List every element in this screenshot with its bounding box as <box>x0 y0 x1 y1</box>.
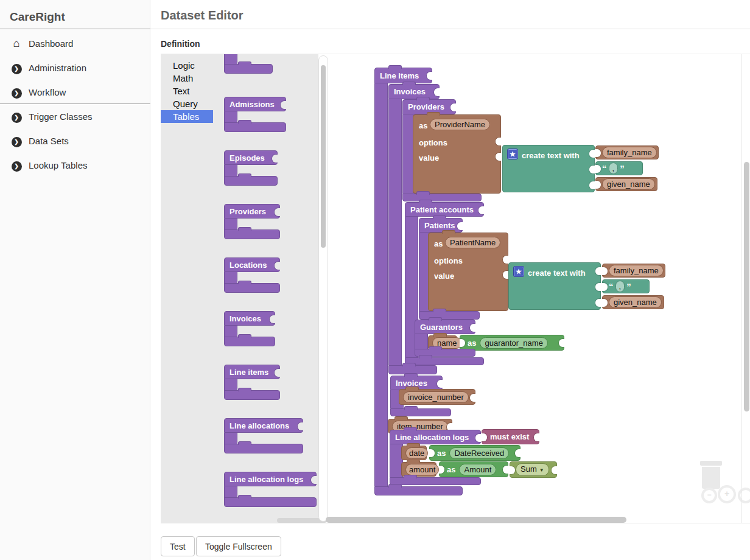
ws-block-column-config-provider[interactable]: as ProviderName options value <box>413 114 501 194</box>
column-field[interactable]: family_name <box>609 265 664 276</box>
sidebar-item-dashboard[interactable]: ⌂ Dashboard <box>0 35 150 52</box>
flyout-block-line-allocations[interactable] <box>224 444 303 453</box>
ws-block-as-date-received[interactable]: asDateReceived <box>429 445 520 461</box>
column-field[interactable]: invoice_number <box>403 391 469 403</box>
flyout-block-providers[interactable] <box>224 219 237 231</box>
category-query[interactable]: Query <box>161 97 213 110</box>
flyout-block-line-allocation-logs[interactable] <box>224 486 237 499</box>
sidebar-item-lookup-tables[interactable]: ❯ Lookup Tables <box>0 156 150 173</box>
ws-block-line-items[interactable] <box>374 486 463 495</box>
flyout-block-line-allocation-logs[interactable] <box>224 497 317 507</box>
zoom-in-button[interactable]: + <box>718 485 736 503</box>
ws-block-line-items[interactable] <box>374 83 388 486</box>
ws-block-family-name-2[interactable]: family_name <box>602 264 665 278</box>
ws-block-text-comma-2[interactable]: “,” <box>602 279 650 293</box>
column-field[interactable]: amount <box>405 464 439 475</box>
flyout-block-locations[interactable] <box>224 283 280 293</box>
alias-field[interactable]: DateReceived <box>449 447 509 459</box>
zoom-reset-button[interactable] <box>738 488 750 503</box>
chevron-circle-icon: ❯ <box>10 86 23 99</box>
toggle-fullscreen-button[interactable]: Toggle Fullscreen <box>196 536 281 556</box>
flyout-block-line-items[interactable] <box>224 390 280 400</box>
ws-block-date-column[interactable]: date <box>401 446 427 460</box>
alias-field[interactable]: guarantor_name <box>480 337 547 349</box>
ws-block-line-allocation-logs[interactable] <box>390 477 481 485</box>
ws-block-given-name-2[interactable]: given_name <box>602 295 664 309</box>
ws-block-text-comma-1[interactable]: “,” <box>595 161 643 175</box>
text-field[interactable]: , <box>615 281 625 292</box>
ws-block-as-guarantor-name[interactable]: asguarantor_name <box>460 335 564 351</box>
block-label: Locations <box>230 261 267 270</box>
ws-block-invoices-1[interactable] <box>388 99 402 365</box>
ws-block-create-text-with-2[interactable]: ★ create text with <box>508 262 601 310</box>
category-math[interactable]: Math <box>161 72 213 85</box>
category-logic[interactable]: Logic <box>161 59 213 72</box>
category-text[interactable]: Text <box>161 85 213 97</box>
flyout-block-invoices[interactable] <box>224 337 275 346</box>
blockly-editor: Logic Math Text Query Tables Admissions … <box>161 54 750 523</box>
ws-block-line-allocation-logs[interactable]: Line allocation logs <box>390 430 481 444</box>
ws-block-patient-accounts[interactable] <box>405 357 484 365</box>
test-button[interactable]: Test <box>161 536 195 556</box>
ws-block-guarantors[interactable]: Guarantors <box>415 320 475 334</box>
flyout-block-line-items[interactable]: Line items <box>224 365 280 379</box>
flyout-block-line-items[interactable] <box>224 379 237 391</box>
flyout-block-admissions[interactable] <box>224 111 237 124</box>
ws-block-invoice-number-column[interactable]: invoice_number <box>399 389 475 405</box>
workspace-horizontal-scrollbar[interactable] <box>326 517 626 523</box>
sidebar-item-administration[interactable]: ❯ Administration <box>0 59 150 76</box>
flyout-block-admissions[interactable] <box>224 122 286 132</box>
alias-field[interactable]: ProviderName <box>430 119 490 130</box>
flyout-block-invoices[interactable]: Invoices <box>224 311 275 326</box>
ws-block-patients[interactable] <box>419 311 480 320</box>
column-field[interactable]: given_name <box>602 178 655 190</box>
mutator-star-icon[interactable]: ★ <box>513 266 524 277</box>
flyout-block-line-allocations[interactable] <box>224 433 237 445</box>
workspace-vertical-scrollbar[interactable] <box>744 162 749 411</box>
flyout-block-locations[interactable] <box>224 272 237 284</box>
flyout-block-line-allocation-logs[interactable]: Line allocation logs <box>224 472 317 486</box>
flyout-scrollbar-track[interactable] <box>318 55 328 522</box>
ws-block-must-exist[interactable]: must exist <box>482 429 539 444</box>
ws-block-column-config-patient[interactable]: as PatientName options value <box>428 233 508 311</box>
aggregate-dropdown[interactable]: Sum▼ <box>516 463 549 476</box>
flyout-block-locations[interactable]: Locations <box>224 257 280 272</box>
ws-block-patient-accounts[interactable]: Patient accounts <box>405 202 484 217</box>
ws-block-patients[interactable]: Patients <box>419 218 463 233</box>
column-field[interactable]: family_name <box>602 147 657 158</box>
ws-block-as-amount[interactable]: asAmount <box>439 461 508 477</box>
ws-block-given-name-1[interactable]: given_name <box>595 177 657 191</box>
alias-field[interactable]: Amount <box>459 464 496 475</box>
flyout-block-admissions[interactable]: Admissions <box>224 97 286 111</box>
mutator-star-icon[interactable]: ★ <box>507 149 518 159</box>
trashcan-icon[interactable] <box>702 467 720 489</box>
ws-block-invoices-1[interactable]: Invoices <box>388 84 440 99</box>
flyout-block-providers[interactable] <box>224 229 280 239</box>
category-tables[interactable]: Tables <box>161 110 213 123</box>
ws-block-providers[interactable] <box>402 194 482 201</box>
sidebar-item-trigger-classes[interactable]: ❯ Trigger Classes <box>0 108 150 125</box>
definition-label: Definition <box>161 39 200 49</box>
sidebar-item-data-sets[interactable]: ❯ Data Sets <box>0 132 150 149</box>
flyout-block-episodes[interactable] <box>224 176 278 186</box>
flyout-scrollbar-thumb[interactable] <box>321 65 326 248</box>
ws-block-create-text-with-1[interactable]: ★ create text with <box>502 145 595 192</box>
alias-field[interactable]: PatientName <box>445 237 500 248</box>
ws-block-family-name-1[interactable]: family_name <box>595 145 659 159</box>
workspace[interactable]: Line items Invoices Providers as Provide… <box>329 54 750 523</box>
flyout-block-invoices[interactable] <box>224 326 237 338</box>
flyout-block-episodes[interactable]: Episodes <box>224 150 278 165</box>
ws-block-sum-aggregate[interactable]: Sum▼ <box>510 461 557 478</box>
flyout-block-providers[interactable]: Providers <box>224 204 280 219</box>
ws-block-invoices-2[interactable] <box>390 408 451 416</box>
flyout-block-episodes[interactable] <box>224 165 237 177</box>
trashcan-icon[interactable] <box>700 461 722 466</box>
flyout-block-line-allocations[interactable]: Line allocations <box>224 418 303 433</box>
text-field[interactable]: , <box>609 163 619 174</box>
zoom-out-button[interactable]: − <box>701 488 717 503</box>
column-field[interactable]: given_name <box>609 296 662 308</box>
flyout-block-partial[interactable] <box>224 64 273 74</box>
ws-block-guarantors[interactable] <box>415 334 428 349</box>
sidebar-item-workflow[interactable]: ❯ Workflow <box>0 83 150 100</box>
column-field[interactable]: date <box>405 447 428 459</box>
